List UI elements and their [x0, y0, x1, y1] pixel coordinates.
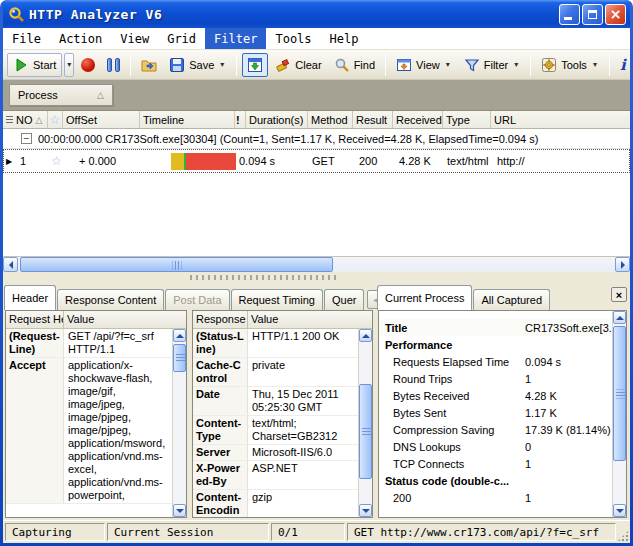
- header-row[interactable]: Cache-Control private: [193, 358, 358, 387]
- column-duration[interactable]: Duration(s): [246, 111, 308, 128]
- process-group-row[interactable]: − 00:00:00.000 CR173Soft.exe[30304] (Cou…: [3, 129, 630, 149]
- resize-grip[interactable]: [617, 530, 629, 542]
- header-row[interactable]: Server Microsoft-IIS/6.0: [193, 445, 358, 461]
- stop-button[interactable]: [76, 53, 100, 77]
- cell-offset: + 0.000: [64, 155, 141, 167]
- column-exclamation[interactable]: !: [235, 111, 246, 128]
- group-row-text: 00:00:00.000 CR173Soft.exe[30304] (Count…: [38, 133, 538, 145]
- find-button[interactable]: Find: [329, 53, 380, 77]
- open-button[interactable]: [136, 53, 162, 77]
- tab-header[interactable]: Header: [4, 285, 56, 310]
- process-stat-row[interactable]: Requests Elapsed Time 0.094 s: [379, 353, 612, 370]
- horizontal-scrollbar[interactable]: [3, 257, 630, 272]
- cell-timeline: [141, 153, 236, 170]
- collapse-icon[interactable]: −: [21, 133, 32, 144]
- header-row[interactable]: X-Powered-By ASP.NET: [193, 461, 358, 490]
- requests-grid: − 00:00:00.000 CR173Soft.exe[30304] (Cou…: [3, 129, 630, 257]
- info-button[interactable]: i ▾: [615, 53, 630, 77]
- column-bookmark[interactable]: ☆: [48, 111, 63, 128]
- capture-toggle-button[interactable]: [242, 53, 268, 77]
- header-row[interactable]: (Request-Line) GET /api/?f=c_srf HTTP/1.…: [6, 329, 172, 358]
- find-magnifier-icon: [334, 57, 350, 73]
- process-stat-row[interactable]: DNS Lookups 0: [379, 438, 612, 455]
- pane-splitter[interactable]: [3, 272, 630, 283]
- scroll-right-button[interactable]: [615, 257, 630, 272]
- view-button[interactable]: View ▾: [391, 53, 457, 77]
- tab-request-timing[interactable]: Request Timing: [231, 289, 323, 310]
- menu-help[interactable]: Help: [321, 28, 368, 49]
- scrollbar-thumb[interactable]: [20, 257, 333, 272]
- column-no[interactable]: NO △: [3, 111, 48, 128]
- response-panel-scrollbar[interactable]: [358, 329, 372, 517]
- process-section-row[interactable]: Performance: [379, 336, 612, 353]
- detail-close-button[interactable]: ×: [611, 287, 627, 302]
- column-result[interactable]: Result: [353, 111, 393, 128]
- menu-grid[interactable]: Grid: [158, 28, 205, 49]
- request-value-column[interactable]: Value: [64, 311, 97, 328]
- process-section-row[interactable]: Status code (double-c...: [379, 472, 612, 489]
- header-row[interactable]: Content-Encoding gzip: [193, 490, 358, 517]
- tab-query-string[interactable]: Quer: [324, 289, 364, 310]
- start-button[interactable]: Start: [7, 53, 62, 77]
- column-offset[interactable]: OffSet: [63, 111, 140, 128]
- scroll-down-button[interactable]: [613, 504, 626, 517]
- down-arrow-icon: [362, 509, 370, 517]
- clear-button[interactable]: Clear: [270, 53, 326, 77]
- cell-method: GET: [309, 155, 354, 167]
- filter-button[interactable]: Filter ▾: [459, 53, 525, 77]
- bookmark-star-icon[interactable]: ☆: [49, 155, 64, 167]
- scrollbar-thumb[interactable]: [613, 326, 626, 461]
- column-type[interactable]: Type: [443, 111, 491, 128]
- scroll-up-button[interactable]: [173, 329, 186, 342]
- current-process-panel: Title CR173Soft.exe[3. Performance Reque…: [378, 310, 627, 518]
- process-stat-row[interactable]: Round Trips 1: [379, 370, 612, 387]
- process-stat-row[interactable]: 200 1: [379, 489, 612, 506]
- tab-response-content[interactable]: Response Content: [57, 289, 164, 310]
- process-stat-row[interactable]: TCP Connects 1: [379, 455, 612, 472]
- save-button[interactable]: Save ▾: [164, 53, 231, 77]
- tab-post-data[interactable]: Post Data: [165, 289, 229, 310]
- header-row[interactable]: Date Thu, 15 Dec 2011 05:25:30 GMT: [193, 387, 358, 416]
- menu-view[interactable]: View: [111, 28, 158, 49]
- scroll-down-button[interactable]: [359, 504, 372, 517]
- process-stat-row[interactable]: Bytes Received 4.28 K: [379, 387, 612, 404]
- view-icon: [396, 57, 412, 73]
- response-value-column[interactable]: Value: [248, 311, 281, 328]
- column-method[interactable]: Method: [308, 111, 353, 128]
- tab-current-process[interactable]: Current Process: [377, 285, 472, 310]
- menu-filter[interactable]: Filter: [205, 28, 266, 49]
- tools-button[interactable]: Tools ▾: [536, 53, 604, 77]
- column-timeline[interactable]: Timeline: [140, 111, 235, 128]
- column-url[interactable]: URL: [491, 111, 630, 128]
- scroll-down-button[interactable]: [173, 504, 186, 517]
- scroll-up-button[interactable]: [359, 329, 372, 342]
- save-icon: [169, 57, 185, 73]
- process-panel-scrollbar[interactable]: [612, 311, 626, 517]
- header-row[interactable]: Accept application/x-shockwave-flash, im…: [6, 358, 172, 504]
- pause-button[interactable]: [102, 53, 125, 77]
- start-dropdown[interactable]: ▾: [64, 53, 74, 77]
- group-process-button[interactable]: Process △: [9, 84, 113, 106]
- close-button[interactable]: ×: [605, 4, 626, 25]
- column-received[interactable]: Received: [393, 111, 443, 128]
- maximize-button[interactable]: [582, 4, 603, 25]
- response-name-column[interactable]: Response He: [193, 311, 248, 328]
- menu-action[interactable]: Action: [50, 28, 111, 49]
- header-row[interactable]: Content-Type text/html; Charset=GB2312: [193, 416, 358, 445]
- menu-tools[interactable]: Tools: [266, 28, 320, 49]
- process-stat-row[interactable]: Compression Saving 17.39 K (81.14%): [379, 421, 612, 438]
- tab-all-captured[interactable]: All Captured: [473, 289, 550, 310]
- request-panel-scrollbar[interactable]: [172, 329, 186, 517]
- request-row[interactable]: ▶ 1 ☆ + 0.000 0.094 s GET 200 4.28 K tex…: [3, 149, 630, 173]
- header-row[interactable]: (Status-Line) HTTP/1.1 200 OK: [193, 329, 358, 358]
- scrollbar-thumb[interactable]: [359, 384, 372, 479]
- timeline-send-segment: [171, 153, 184, 170]
- request-name-column[interactable]: Request Hea: [6, 311, 64, 328]
- process-stat-row[interactable]: Title CR173Soft.exe[3.: [379, 319, 612, 336]
- minimize-button[interactable]: [559, 4, 580, 25]
- process-stat-row[interactable]: Bytes Sent 1.17 K: [379, 404, 612, 421]
- scroll-up-button[interactable]: [613, 311, 626, 324]
- menu-file[interactable]: File: [3, 28, 50, 49]
- scrollbar-thumb[interactable]: [173, 344, 186, 372]
- scroll-left-button[interactable]: [3, 257, 18, 272]
